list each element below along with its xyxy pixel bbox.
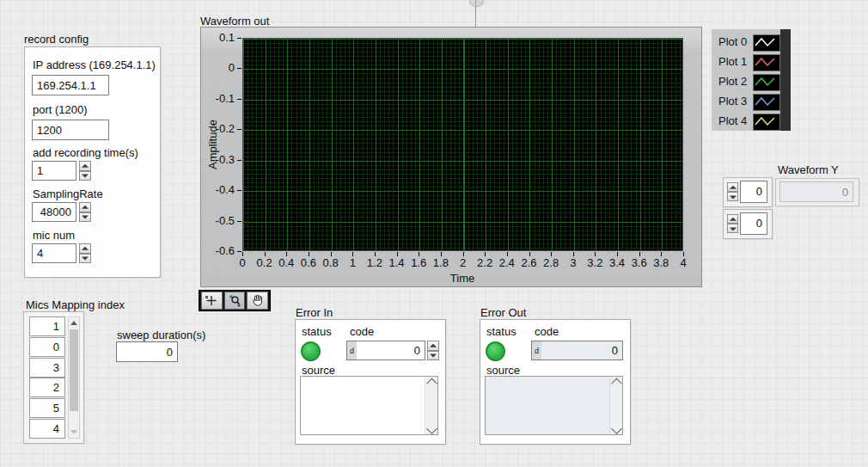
ip-address-field[interactable] <box>32 75 109 95</box>
port-field[interactable] <box>32 120 109 140</box>
legend-row-plot-1[interactable]: Plot 1 <box>712 52 791 72</box>
scroll-up-button[interactable] <box>610 377 622 388</box>
waveform-y-label: Waveform Y <box>778 163 839 176</box>
record-config-label: record config <box>24 33 89 46</box>
error-in-status-label: status <box>302 325 332 338</box>
error-in-code-label: code <box>350 325 374 338</box>
legend-plot-swatch[interactable] <box>753 34 780 52</box>
y-tick-label: -0.4 <box>199 183 235 196</box>
scrollbar-thumb[interactable] <box>70 329 78 411</box>
y-tick-label: -0.1 <box>199 92 235 105</box>
sweep-duration-field[interactable] <box>116 341 178 362</box>
error-in-label: Error In <box>296 306 333 319</box>
decrement-button[interactable] <box>427 351 439 361</box>
error-in-status-led[interactable] <box>301 341 321 361</box>
y-tick-mark <box>237 129 241 130</box>
code-value: 0 <box>357 344 425 357</box>
y-tick-label: -0.5 <box>199 214 235 227</box>
increment-button[interactable] <box>727 214 738 224</box>
legend-row-plot-4[interactable]: Plot 4 <box>712 112 791 132</box>
array-cell[interactable]: 0 <box>29 337 65 357</box>
zoom-tool-button[interactable] <box>224 292 246 310</box>
legend-row-plot-3[interactable]: Plot 3 <box>712 92 791 112</box>
legend-label: Plot 1 <box>718 55 747 68</box>
decrement-button[interactable] <box>727 224 738 233</box>
pane-splitter-handle[interactable] <box>469 0 484 7</box>
increment-button[interactable] <box>79 202 91 212</box>
decrement-button[interactable] <box>727 192 738 201</box>
mic-num-spinner[interactable] <box>79 243 91 263</box>
waveform-y-index-0: 0 <box>723 177 773 207</box>
scroll-down-button[interactable] <box>425 423 437 434</box>
plot-line-icon <box>754 95 778 108</box>
array-cell[interactable]: 4 <box>29 419 65 439</box>
port-label: port (1200) <box>33 103 88 116</box>
mic-num-label: mic num <box>33 229 75 242</box>
mics-mapping-scrollbar[interactable] <box>68 316 80 439</box>
error-out-source-label: source <box>486 364 520 377</box>
waveform-y-element-value: 0 <box>779 181 853 202</box>
legend-label: Plot 2 <box>718 75 747 88</box>
sweep-duration-label: sweep duration(s) <box>117 329 205 341</box>
pan-tool-button[interactable] <box>247 292 268 310</box>
plot-legend: Plot 0 Plot 1 Plot 2 Plot 3 Plot 4 <box>712 29 791 131</box>
x-axis-title: Time <box>450 272 474 285</box>
error-out-label: Error Out <box>480 306 526 319</box>
error-in-source-field[interactable] <box>300 376 438 435</box>
scroll-down-button[interactable] <box>610 423 622 434</box>
legend-row-plot-2[interactable]: Plot 2 <box>712 72 791 92</box>
legend-row-plot-0[interactable]: Plot 0 <box>712 33 791 52</box>
increment-button[interactable] <box>79 161 91 171</box>
scroll-up-button[interactable] <box>69 317 79 329</box>
legend-plot-swatch[interactable] <box>753 114 780 131</box>
plot-line-icon <box>754 55 778 69</box>
error-out-code-label: code <box>535 325 559 338</box>
add-recording-time-field[interactable] <box>32 161 76 181</box>
index-spinner[interactable] <box>727 214 738 233</box>
legend-plot-swatch[interactable] <box>753 94 780 111</box>
error-out-code-field: d 0 <box>531 341 623 360</box>
plot-line-icon <box>754 114 778 128</box>
error-out-status-label: status <box>486 325 517 338</box>
x-tick-label: 4 <box>670 256 696 269</box>
sampling-rate-label: SamplingRate <box>33 187 103 200</box>
scroll-up-button[interactable] <box>425 377 437 388</box>
decrement-button[interactable] <box>79 212 91 223</box>
add-recording-time-spinner[interactable] <box>79 161 91 181</box>
array-cell[interactable]: 1 <box>29 316 65 336</box>
y-tick-mark <box>237 38 241 39</box>
index-value[interactable]: 0 <box>740 212 767 235</box>
decrement-button[interactable] <box>79 254 91 264</box>
sampling-rate-field[interactable] <box>32 202 76 222</box>
increment-button[interactable] <box>79 243 91 254</box>
ip-address-label: IP address (169.254.1.1) <box>33 58 156 71</box>
mics-mapping-label: Mics Mapping index <box>26 298 125 311</box>
code-value: 0 <box>541 344 622 357</box>
legend-label: Plot 4 <box>718 114 747 127</box>
waveform-plot-area[interactable] <box>242 38 683 251</box>
array-cell[interactable]: 5 <box>29 398 65 418</box>
index-spinner[interactable] <box>727 182 738 201</box>
legend-plot-swatch[interactable] <box>753 74 780 91</box>
decrement-button[interactable] <box>79 171 91 181</box>
radix-indicator[interactable]: d <box>347 341 357 359</box>
mic-num-field[interactable] <box>32 243 76 263</box>
legend-plot-swatch[interactable] <box>753 54 780 71</box>
error-in-code-spinner[interactable] <box>427 341 439 360</box>
plot-line-icon <box>754 35 778 49</box>
mics-mapping-cells: 103254 <box>29 316 65 439</box>
sampling-rate-spinner[interactable] <box>79 202 91 222</box>
radix-indicator: d <box>532 341 541 359</box>
array-cell[interactable]: 3 <box>29 358 65 378</box>
y-tick-mark <box>237 99 241 100</box>
error-in-code-field[interactable]: d 0 <box>346 341 425 360</box>
legend-label: Plot 0 <box>718 35 747 48</box>
increment-button[interactable] <box>427 341 439 351</box>
cursor-move-tool-button[interactable] <box>201 292 223 310</box>
array-cell[interactable]: 2 <box>29 378 65 397</box>
y-tick-mark <box>237 190 241 191</box>
increment-button[interactable] <box>727 182 738 192</box>
index-value[interactable]: 0 <box>740 181 767 203</box>
scroll-down-button[interactable] <box>69 427 79 438</box>
waveform-y-element-container: 0 <box>775 178 859 206</box>
